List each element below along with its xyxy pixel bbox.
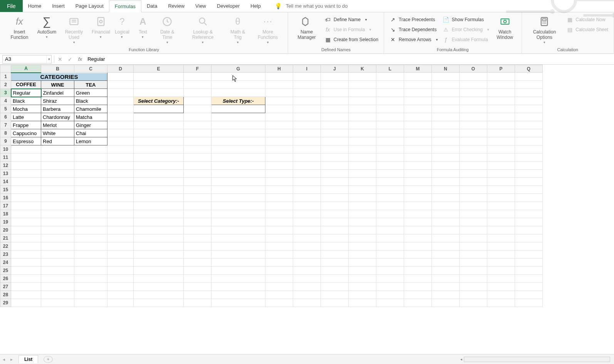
row-header-15[interactable]: 15 bbox=[0, 186, 11, 194]
cell-P16[interactable] bbox=[487, 194, 515, 202]
cell-K16[interactable] bbox=[349, 194, 376, 202]
cell-C9[interactable]: Lemon bbox=[74, 137, 107, 145]
cell-L26[interactable] bbox=[376, 275, 404, 283]
cell-O11[interactable] bbox=[460, 154, 487, 162]
more-functions-button[interactable]: ⋯ More Functions ▾ bbox=[251, 15, 285, 45]
cell-M6[interactable] bbox=[404, 113, 432, 121]
chevron-down-icon[interactable]: ▾ bbox=[121, 35, 123, 39]
cell-F19[interactable] bbox=[184, 218, 211, 226]
cell-L19[interactable] bbox=[376, 218, 404, 226]
cell-L11[interactable] bbox=[376, 154, 404, 162]
cell-P11[interactable] bbox=[487, 154, 515, 162]
cell-N6[interactable] bbox=[432, 113, 460, 121]
cell-O20[interactable] bbox=[460, 226, 487, 234]
cell-A3[interactable]: Regular bbox=[11, 89, 41, 97]
cell-O29[interactable] bbox=[460, 299, 487, 307]
watch-window-button[interactable]: Watch Window bbox=[492, 15, 518, 41]
chevron-down-icon[interactable]: ▾ bbox=[544, 40, 545, 44]
cell-Q26[interactable] bbox=[515, 275, 543, 283]
cell-B19[interactable] bbox=[41, 218, 74, 226]
row-header-11[interactable]: 11 bbox=[0, 154, 11, 162]
cell-Q29[interactable] bbox=[515, 299, 543, 307]
cell-Q14[interactable] bbox=[515, 178, 543, 186]
cell-K26[interactable] bbox=[349, 275, 376, 283]
cell-Q24[interactable] bbox=[515, 259, 543, 267]
tell-me-search[interactable]: 💡 bbox=[275, 0, 378, 12]
cell-P22[interactable] bbox=[487, 242, 515, 250]
cell-P12[interactable] bbox=[487, 162, 515, 170]
cell-J20[interactable] bbox=[321, 226, 349, 234]
cell-L18[interactable] bbox=[376, 210, 404, 218]
cell-I7[interactable] bbox=[293, 121, 321, 129]
cell-L22[interactable] bbox=[376, 242, 404, 250]
cell-I3[interactable] bbox=[293, 89, 321, 97]
row-header-2[interactable]: 2 bbox=[0, 81, 11, 89]
cell-M19[interactable] bbox=[404, 218, 432, 226]
cell-A6[interactable]: Latte bbox=[11, 113, 41, 121]
cell-I21[interactable] bbox=[293, 234, 321, 242]
cell-O8[interactable] bbox=[460, 129, 487, 137]
cell-K4[interactable] bbox=[349, 97, 376, 105]
cell-N12[interactable] bbox=[432, 162, 460, 170]
cell-L24[interactable] bbox=[376, 259, 404, 267]
cell-B27[interactable] bbox=[41, 283, 74, 291]
cell-C12[interactable] bbox=[74, 162, 107, 170]
cell-M12[interactable] bbox=[404, 162, 432, 170]
cell-Q1[interactable] bbox=[515, 73, 543, 81]
cell-B20[interactable] bbox=[41, 226, 74, 234]
cell-O16[interactable] bbox=[460, 194, 487, 202]
cell-C10[interactable] bbox=[74, 145, 107, 154]
cell-N26[interactable] bbox=[432, 275, 460, 283]
chevron-down-icon[interactable]: ▾ bbox=[73, 40, 75, 44]
cell-F28[interactable] bbox=[184, 291, 211, 299]
cell-G3[interactable] bbox=[211, 89, 265, 97]
cell-A28[interactable] bbox=[11, 291, 41, 299]
cell-N8[interactable] bbox=[432, 129, 460, 137]
cell-A21[interactable] bbox=[11, 234, 41, 242]
column-header-I[interactable]: I bbox=[293, 65, 321, 73]
cell-C23[interactable] bbox=[74, 250, 107, 259]
tell-me-input[interactable] bbox=[286, 3, 378, 9]
cell-G14[interactable] bbox=[211, 178, 265, 186]
cell-O13[interactable] bbox=[460, 170, 487, 178]
chevron-down-icon[interactable]: ▾ bbox=[166, 40, 168, 44]
cell-P17[interactable] bbox=[487, 202, 515, 210]
cell-A13[interactable] bbox=[11, 170, 41, 178]
row-header-24[interactable]: 24 bbox=[0, 259, 11, 267]
column-header-A[interactable]: A bbox=[11, 65, 41, 73]
row-header-9[interactable]: 9 bbox=[0, 137, 11, 145]
cell-B13[interactable] bbox=[41, 170, 74, 178]
cell-N19[interactable] bbox=[432, 218, 460, 226]
cell-K12[interactable] bbox=[349, 162, 376, 170]
cell-I19[interactable] bbox=[293, 218, 321, 226]
cell-J11[interactable] bbox=[321, 154, 349, 162]
cell-G28[interactable] bbox=[211, 291, 265, 299]
row-header-23[interactable]: 23 bbox=[0, 250, 11, 259]
cell-H11[interactable] bbox=[265, 154, 293, 162]
cell-D4[interactable] bbox=[107, 97, 134, 105]
cell-I23[interactable] bbox=[293, 250, 321, 259]
column-header-H[interactable]: H bbox=[265, 65, 293, 73]
cell-D28[interactable] bbox=[107, 291, 134, 299]
cell-H3[interactable] bbox=[265, 89, 293, 97]
cell-Q2[interactable] bbox=[515, 81, 543, 89]
cell-J16[interactable] bbox=[321, 194, 349, 202]
cell-L25[interactable] bbox=[376, 267, 404, 275]
cell-C17[interactable] bbox=[74, 202, 107, 210]
cell-G6[interactable] bbox=[211, 113, 265, 121]
cell-D16[interactable] bbox=[107, 194, 134, 202]
cell-I17[interactable] bbox=[293, 202, 321, 210]
cell-J26[interactable] bbox=[321, 275, 349, 283]
add-sheet-button[interactable]: ＋ bbox=[44, 356, 53, 363]
cell-Q4[interactable] bbox=[515, 97, 543, 105]
tab-formulas[interactable]: Formulas bbox=[109, 0, 141, 12]
cell-E13[interactable] bbox=[134, 170, 184, 178]
cell-E9[interactable] bbox=[134, 137, 184, 145]
cell-N25[interactable] bbox=[432, 267, 460, 275]
select-type-label[interactable]: Select Type:- bbox=[211, 97, 265, 105]
cell-P15[interactable] bbox=[487, 186, 515, 194]
cell-J19[interactable] bbox=[321, 218, 349, 226]
tab-insert[interactable]: Insert bbox=[47, 0, 70, 12]
cell-N4[interactable] bbox=[432, 97, 460, 105]
sheet-tab-list[interactable]: List bbox=[18, 355, 38, 363]
